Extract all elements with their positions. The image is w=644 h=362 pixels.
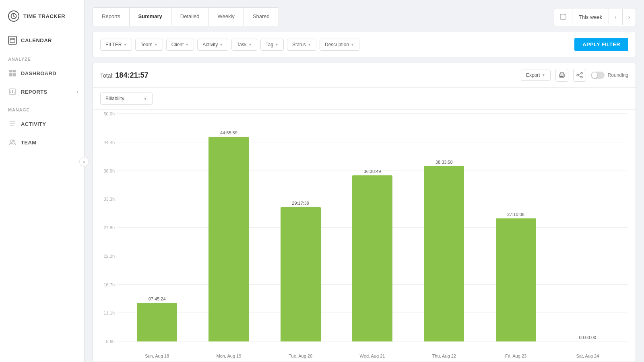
billability-label: Billability — [105, 96, 124, 101]
share-button[interactable] — [573, 69, 586, 82]
export-button[interactable]: Export ▼ — [521, 70, 551, 81]
chart-container: Total: 184:21:57 Export ▼ — [93, 63, 636, 362]
tab-summary[interactable]: Summary — [130, 8, 171, 26]
filter-task-button[interactable]: Task ▼ — [231, 39, 257, 51]
team-filter-label: Team — [140, 42, 152, 47]
sidebar-logo[interactable]: TIME TRACKER — [0, 4, 84, 30]
tab-shared[interactable]: Shared — [244, 8, 279, 26]
svg-rect-16 — [10, 123, 15, 124]
filter-bar: FILTER ▼ Team ▼ Client ▼ Activity ▼ Task… — [93, 32, 636, 57]
bar-value-label: 27:10:08 — [507, 212, 524, 217]
client-caret-icon: ▼ — [185, 43, 189, 47]
app-title: TIME TRACKER — [23, 13, 65, 19]
svg-rect-10 — [13, 73, 16, 76]
svg-rect-7 — [9, 70, 12, 72]
reports-label: REPORTS — [21, 89, 47, 95]
description-filter-label: Description — [325, 42, 349, 47]
bar-group: 44:55:59 — [193, 114, 264, 341]
rounding-toggle-track[interactable] — [591, 72, 605, 79]
svg-point-27 — [581, 72, 582, 74]
filter-team-button[interactable]: Team ▼ — [135, 39, 163, 51]
sidebar-item-dashboard[interactable]: DASHBOARD — [0, 64, 84, 82]
billability-select[interactable]: Billability ▼ — [100, 93, 153, 105]
bar-group: 07:45:24 — [121, 114, 193, 341]
filter-status-button[interactable]: Status ▼ — [287, 39, 316, 51]
rounding-toggle: Rounding — [591, 72, 628, 79]
filter-activity-button[interactable]: Activity ▼ — [197, 39, 228, 51]
time-tracker-icon — [8, 10, 19, 22]
svg-rect-15 — [10, 121, 15, 122]
svg-point-19 — [13, 140, 15, 142]
bar-value-label: 29:17:39 — [292, 201, 309, 206]
tag-caret-icon: ▼ — [275, 43, 279, 47]
manage-section-label: MANAGE — [0, 101, 84, 115]
svg-line-31 — [578, 76, 581, 77]
x-axis-label: Wed, Aug 21 — [336, 354, 408, 358]
filter-tag-button[interactable]: Tag ▼ — [260, 39, 284, 51]
main-content: Reports Summary Detailed Weekly Shared T… — [85, 0, 644, 362]
bar-value-label: 36:38:49 — [364, 169, 381, 174]
y-axis-label: 38.9h — [97, 169, 115, 173]
prev-week-button[interactable]: ‹ — [609, 9, 622, 25]
next-week-button[interactable]: › — [623, 9, 636, 25]
rounding-label: Rounding — [608, 72, 628, 78]
svg-rect-9 — [9, 73, 12, 76]
report-tabs: Reports Summary Detailed Weekly Shared — [93, 7, 279, 26]
sidebar: TIME TRACKER CALENDAR ANALYZE DASHBOARD — [0, 0, 85, 362]
bar[interactable] — [352, 175, 392, 341]
bar[interactable] — [281, 207, 321, 341]
sidebar-collapse-button[interactable]: « — [79, 157, 89, 167]
activity-icon — [8, 119, 17, 128]
bar-group: 27:10:08 — [480, 114, 551, 341]
bar[interactable] — [137, 303, 177, 341]
bar[interactable] — [208, 137, 249, 341]
export-label: Export — [526, 72, 540, 78]
total-label: Total: — [100, 72, 114, 79]
chart-controls: Export ▼ — [521, 69, 628, 82]
svg-line-2 — [14, 16, 15, 17]
bar[interactable] — [424, 166, 464, 341]
filter-main-button[interactable]: FILTER ▼ — [100, 39, 132, 51]
tag-filter-label: Tag — [266, 42, 273, 47]
svg-line-30 — [578, 74, 581, 75]
task-filter-label: Task — [237, 42, 247, 47]
bar-group: 36:38:49 — [336, 114, 408, 341]
y-axis-label: 22.2h — [97, 254, 115, 259]
sidebar-item-calendar[interactable]: CALENDAR — [0, 30, 84, 50]
x-axis-label: Mon, Aug 19 — [193, 354, 264, 358]
tab-reports[interactable]: Reports — [93, 8, 130, 26]
activity-caret-icon: ▼ — [219, 43, 223, 47]
print-button[interactable] — [555, 69, 568, 82]
x-axis-label: Sun, Aug 18 — [121, 354, 193, 358]
filter-client-button[interactable]: Client ▼ — [166, 39, 194, 51]
tab-weekly[interactable]: Weekly — [208, 8, 244, 26]
svg-rect-8 — [12, 70, 16, 72]
svg-point-28 — [581, 76, 582, 78]
analyze-section-label: ANALYZE — [0, 50, 84, 64]
dashboard-icon — [8, 69, 17, 78]
sidebar-item-activity[interactable]: ACTIVITY — [0, 115, 84, 133]
apply-filter-button[interactable]: APPLY FILTER — [574, 38, 628, 51]
client-filter-label: Client — [171, 42, 184, 47]
x-axis-label: Fri, Aug 23 — [480, 354, 551, 358]
date-range-label: This week — [572, 9, 609, 25]
x-axis-label: Thu, Aug 22 — [408, 354, 480, 358]
chart-header: Total: 184:21:57 Export ▼ — [93, 63, 636, 88]
bar-value-label: 07:45:24 — [149, 296, 166, 301]
y-axis-label: 5.6h — [97, 339, 115, 344]
bar-value-label: 00:00:00 — [579, 335, 596, 340]
chart-total: Total: 184:21:57 — [100, 71, 148, 80]
rounding-toggle-thumb — [592, 72, 597, 78]
date-picker[interactable]: This week ‹ › — [554, 8, 636, 26]
export-caret-icon: ▼ — [542, 73, 545, 77]
y-axis-label: 27.8h — [97, 225, 115, 230]
calendar-icon — [8, 36, 17, 45]
filter-description-button[interactable]: Description ▼ — [320, 39, 359, 51]
sidebar-item-team[interactable]: TEAM — [0, 133, 84, 152]
bar[interactable] — [496, 218, 536, 341]
activity-filter-label: Activity — [202, 42, 218, 47]
tab-detailed[interactable]: Detailed — [171, 8, 209, 26]
dashboard-label: DASHBOARD — [21, 70, 56, 76]
sidebar-item-reports[interactable]: REPORTS › — [0, 82, 84, 101]
status-caret-icon: ▼ — [308, 43, 311, 47]
